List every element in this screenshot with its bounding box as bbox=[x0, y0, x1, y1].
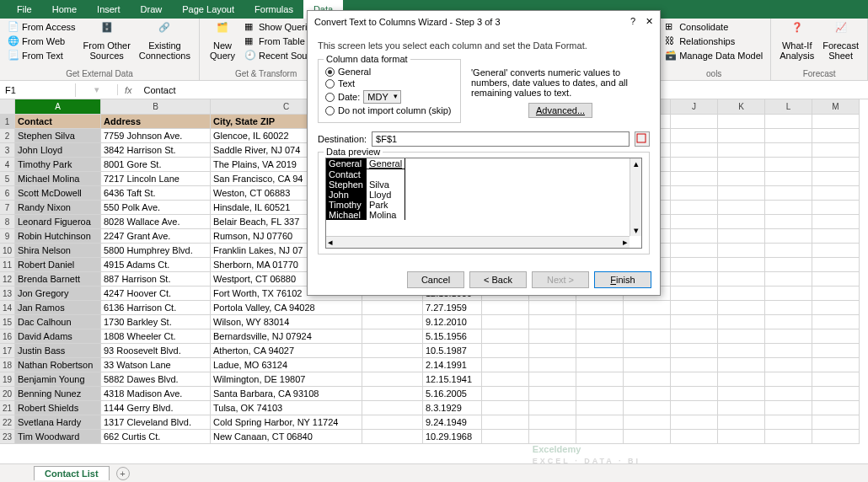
cell-I16[interactable] bbox=[624, 329, 671, 344]
cell-I20[interactable] bbox=[624, 387, 671, 401]
cell-M3[interactable] bbox=[812, 143, 860, 158]
cell-D18[interactable] bbox=[362, 358, 423, 372]
cell-A2[interactable]: Stephen Silva bbox=[15, 129, 101, 143]
tab-insert[interactable]: Insert bbox=[87, 0, 131, 19]
cell-C19[interactable]: Wilmington, DE 19807 bbox=[211, 372, 362, 387]
cell-M21[interactable] bbox=[812, 401, 860, 415]
cell-A12[interactable]: Brenda Barnett bbox=[15, 272, 101, 287]
from-text-button[interactable]: 📃From Text bbox=[5, 49, 78, 62]
cell-L15[interactable] bbox=[765, 315, 812, 329]
cell-J17[interactable] bbox=[671, 344, 718, 358]
row-header-21[interactable]: 21 bbox=[0, 401, 15, 415]
cell-B15[interactable]: 1730 Barkley St. bbox=[101, 315, 211, 329]
cell-K4[interactable] bbox=[718, 158, 765, 172]
cell-K14[interactable] bbox=[718, 301, 765, 315]
cell-E18[interactable]: 2.14.1991 bbox=[423, 358, 482, 372]
cell-M9[interactable] bbox=[812, 229, 860, 244]
cell-J12[interactable] bbox=[671, 272, 718, 287]
cell-M14[interactable] bbox=[812, 301, 860, 315]
relationships-button[interactable]: ⛓Relationships bbox=[662, 35, 765, 48]
cell-L20[interactable] bbox=[765, 387, 812, 401]
cell-D23[interactable] bbox=[362, 430, 423, 444]
cell-E20[interactable]: 5.16.2005 bbox=[423, 387, 482, 401]
cell-L1[interactable] bbox=[765, 115, 812, 129]
cell-K16[interactable] bbox=[718, 329, 765, 344]
cell-A13[interactable]: Jon Gregory bbox=[15, 287, 101, 301]
cell-J5[interactable] bbox=[671, 172, 718, 186]
row-header-18[interactable]: 18 bbox=[0, 358, 15, 372]
tab-file[interactable]: File bbox=[7, 0, 42, 19]
cell-F22[interactable] bbox=[482, 415, 529, 430]
tab-home[interactable]: Home bbox=[42, 0, 87, 19]
cell-M13[interactable] bbox=[812, 287, 860, 301]
destination-input[interactable]: $F$1 bbox=[372, 131, 630, 147]
cell-K3[interactable] bbox=[718, 143, 765, 158]
cell-M11[interactable] bbox=[812, 258, 860, 272]
cell-H19[interactable] bbox=[576, 372, 624, 387]
cell-A14[interactable]: Jan Ramos bbox=[15, 301, 101, 315]
cell-J19[interactable] bbox=[671, 372, 718, 387]
sheet-tab-contact-list[interactable]: Contact List bbox=[34, 466, 110, 480]
cell-G16[interactable] bbox=[529, 329, 576, 344]
cell-M15[interactable] bbox=[812, 315, 860, 329]
cell-M23[interactable] bbox=[812, 430, 860, 444]
cell-I17[interactable] bbox=[624, 344, 671, 358]
row-header-5[interactable]: 5 bbox=[0, 172, 15, 186]
cell-B11[interactable]: 4915 Adams Ct. bbox=[101, 258, 211, 272]
data-preview[interactable]: GeneralContactStephenJohnTimothyMichaelG… bbox=[325, 158, 642, 249]
cell-M17[interactable] bbox=[812, 344, 860, 358]
row-header-7[interactable]: 7 bbox=[0, 201, 15, 215]
cell-K17[interactable] bbox=[718, 344, 765, 358]
cell-K2[interactable] bbox=[718, 129, 765, 143]
cell-A5[interactable]: Michael Molina bbox=[15, 172, 101, 186]
cell-M20[interactable] bbox=[812, 387, 860, 401]
cell-M8[interactable] bbox=[812, 215, 860, 229]
cell-C21[interactable]: Tulsa, OK 74103 bbox=[211, 401, 362, 415]
cell-J9[interactable] bbox=[671, 229, 718, 244]
add-sheet-button[interactable]: + bbox=[116, 467, 130, 480]
cell-J14[interactable] bbox=[671, 301, 718, 315]
cell-A1[interactable]: Contact bbox=[15, 115, 101, 129]
cell-F19[interactable] bbox=[482, 372, 529, 387]
cell-M1[interactable] bbox=[812, 115, 860, 129]
cell-M22[interactable] bbox=[812, 415, 860, 430]
cell-J10[interactable] bbox=[671, 244, 718, 258]
select-all-corner[interactable] bbox=[0, 99, 15, 115]
date-format-combo[interactable]: MDY bbox=[363, 90, 400, 104]
preview-vscroll[interactable]: ▴▾ bbox=[630, 158, 641, 236]
cell-J7[interactable] bbox=[671, 201, 718, 215]
cell-A16[interactable]: David Adams bbox=[15, 329, 101, 344]
row-header-6[interactable]: 6 bbox=[0, 186, 15, 201]
cell-M5[interactable] bbox=[812, 172, 860, 186]
cell-B17[interactable]: 93 Roosevelt Blvd. bbox=[101, 344, 211, 358]
cell-C20[interactable]: Santa Barbara, CA 93108 bbox=[211, 387, 362, 401]
cell-H15[interactable] bbox=[576, 315, 624, 329]
col-header-B[interactable]: B bbox=[101, 99, 211, 115]
cell-G15[interactable] bbox=[529, 315, 576, 329]
cell-K13[interactable] bbox=[718, 287, 765, 301]
cell-D16[interactable] bbox=[362, 329, 423, 344]
cell-D17[interactable] bbox=[362, 344, 423, 358]
cell-L4[interactable] bbox=[765, 158, 812, 172]
cell-F15[interactable] bbox=[482, 315, 529, 329]
cell-C17[interactable]: Atherton, CA 94027 bbox=[211, 344, 362, 358]
cell-B23[interactable]: 662 Curtis Ct. bbox=[101, 430, 211, 444]
advanced-button[interactable]: Advanced... bbox=[528, 103, 592, 118]
cell-M10[interactable] bbox=[812, 244, 860, 258]
cell-L11[interactable] bbox=[765, 258, 812, 272]
cell-A4[interactable]: Timothy Park bbox=[15, 158, 101, 172]
cell-J18[interactable] bbox=[671, 358, 718, 372]
cell-J11[interactable] bbox=[671, 258, 718, 272]
radio-text[interactable]: Text bbox=[325, 78, 453, 88]
cell-G19[interactable] bbox=[529, 372, 576, 387]
new-query-button[interactable]: 🗂️New Query bbox=[205, 20, 240, 62]
row-header-16[interactable]: 16 bbox=[0, 329, 15, 344]
cell-K7[interactable] bbox=[718, 201, 765, 215]
cell-I22[interactable] bbox=[624, 415, 671, 430]
cell-L19[interactable] bbox=[765, 372, 812, 387]
cell-H14[interactable] bbox=[576, 301, 624, 315]
cell-F20[interactable] bbox=[482, 387, 529, 401]
cell-A10[interactable]: Shira Nelson bbox=[15, 244, 101, 258]
cell-E22[interactable]: 9.24.1949 bbox=[423, 415, 482, 430]
cell-K8[interactable] bbox=[718, 215, 765, 229]
